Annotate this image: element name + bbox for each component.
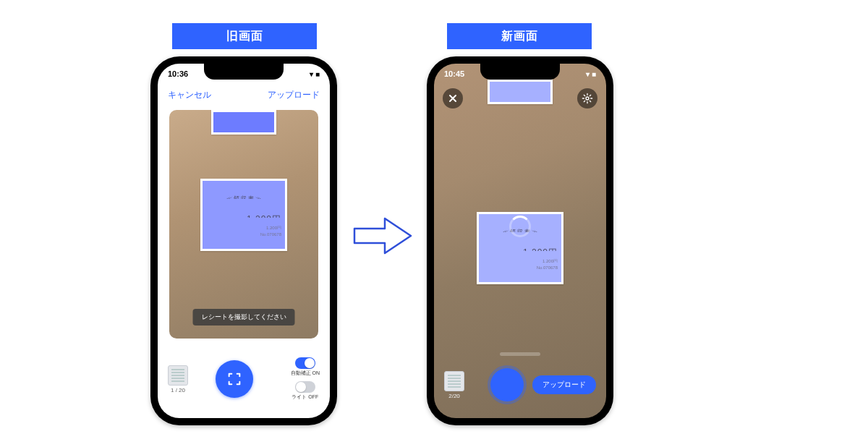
notch	[204, 64, 284, 80]
camera-viewport: ≪ 領 収 書 ≫ 1,200円 1,200円 No.070678 レシートを撮…	[169, 110, 318, 339]
thumbnail-preview[interactable]	[444, 371, 464, 391]
label-new-screen: 新画面	[447, 23, 592, 49]
label-old-screen: 旧画面	[172, 23, 317, 49]
auto-correct-toggle[interactable]	[295, 357, 315, 369]
upload-button[interactable]: アップロード	[532, 375, 596, 394]
light-toggle[interactable]	[295, 381, 315, 393]
light-label: ライト OFF	[292, 393, 318, 401]
upload-button[interactable]: アップロード	[268, 89, 320, 101]
notch	[480, 64, 560, 80]
phone-mockup-old: 10:36 ▾ ■ キャンセル アップロード ≪ 領 収 書 ≫	[150, 56, 337, 425]
shutter-button[interactable]	[490, 368, 524, 401]
receipt-partial	[488, 80, 553, 104]
bottom-bar: 1 / 20 自動補正 ON ライト OFF	[158, 347, 330, 411]
status-time: 10:45	[444, 69, 464, 78]
nav-bar: キャンセル アップロード	[158, 84, 330, 106]
thumbnail-preview[interactable]	[168, 365, 188, 386]
bottom-bar: 2/20 アップロード	[434, 362, 606, 408]
receipt-partial	[211, 110, 276, 135]
cancel-button[interactable]: キャンセル	[168, 89, 211, 101]
loading-spinner-icon	[509, 216, 531, 237]
phone-mockup-new: 10:45 ▾ ■	[427, 56, 613, 425]
drawer-handle[interactable]	[500, 352, 540, 356]
page-counter: 1 / 20	[168, 387, 188, 393]
scan-frame-icon	[226, 371, 242, 387]
shutter-button[interactable]	[216, 360, 253, 398]
instruction-text: レシートを撮影してください	[193, 309, 295, 326]
page-counter: 2/20	[444, 393, 464, 399]
receipt-detected: ≪ 領 収 書 ≫ 1,200円 1,200円 No.070678	[200, 179, 287, 251]
auto-correct-label: 自動補正 ON	[291, 370, 320, 377]
transition-arrow-icon	[352, 214, 414, 258]
status-icons: ▾ ■	[586, 70, 596, 78]
status-time: 10:36	[168, 69, 188, 78]
status-icons: ▾ ■	[310, 70, 320, 78]
